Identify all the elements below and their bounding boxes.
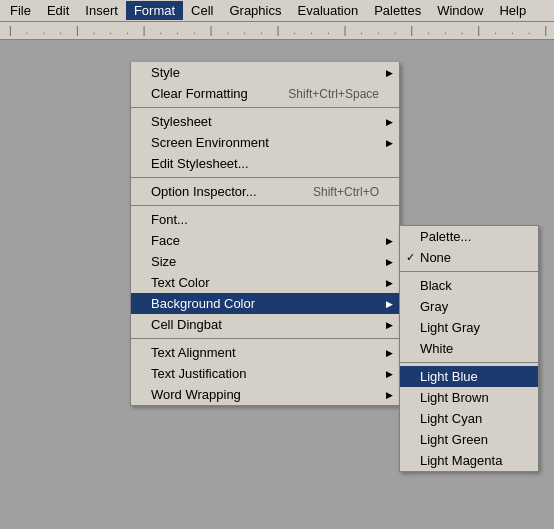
menu-item-stylesheet[interactable]: Stylesheet (131, 111, 399, 132)
menu-item-screen-environment[interactable]: Screen Environment (131, 132, 399, 153)
menubar-item-graphics[interactable]: Graphics (221, 1, 289, 20)
bg-color-submenu: Palette... ✓ None Black Gray Light Gray … (399, 225, 539, 472)
submenu-separator-1 (400, 271, 538, 272)
menu-item-background-color[interactable]: Background Color (131, 293, 399, 314)
submenu-item-light-gray[interactable]: Light Gray (400, 317, 538, 338)
menu-item-style[interactable]: Style (131, 62, 399, 83)
menu-item-text-justification[interactable]: Text Justification (131, 363, 399, 384)
menu-item-text-alignment[interactable]: Text Alignment (131, 342, 399, 363)
menubar-item-edit[interactable]: Edit (39, 1, 77, 20)
menu-item-face[interactable]: Face (131, 230, 399, 251)
menubar: File Edit Insert Format Cell Graphics Ev… (0, 0, 554, 22)
menubar-item-file[interactable]: File (2, 1, 39, 20)
menu-item-size[interactable]: Size (131, 251, 399, 272)
menubar-item-palettes[interactable]: Palettes (366, 1, 429, 20)
check-mark-icon: ✓ (406, 251, 415, 264)
submenu-item-light-green[interactable]: Light Green (400, 429, 538, 450)
menu-item-clear-formatting[interactable]: Clear Formatting Shift+Ctrl+Space (131, 83, 399, 104)
submenu-item-light-blue[interactable]: Light Blue (400, 366, 538, 387)
ruler: |...|...|...|...|...|...|...|...|...| (0, 22, 554, 40)
menubar-item-evaluation[interactable]: Evaluation (289, 1, 366, 20)
submenu-item-white[interactable]: White (400, 338, 538, 359)
submenu-item-light-cyan[interactable]: Light Cyan (400, 408, 538, 429)
submenu-item-gray[interactable]: Gray (400, 296, 538, 317)
workspace: Style Clear Formatting Shift+Ctrl+Space … (0, 40, 554, 529)
menu-item-option-inspector[interactable]: Option Inspector... Shift+Ctrl+O (131, 181, 399, 202)
separator-3 (131, 205, 399, 206)
menu-item-font[interactable]: Font... (131, 209, 399, 230)
menubar-item-window[interactable]: Window (429, 1, 491, 20)
ruler-markings: |...|...|...|...|...|...|...|...|...| (9, 25, 554, 36)
menubar-item-help[interactable]: Help (491, 1, 534, 20)
separator-1 (131, 107, 399, 108)
menubar-item-format[interactable]: Format (126, 1, 183, 20)
separator-4 (131, 338, 399, 339)
submenu-item-light-brown[interactable]: Light Brown (400, 387, 538, 408)
separator-2 (131, 177, 399, 178)
submenu-separator-2 (400, 362, 538, 363)
submenu-item-black[interactable]: Black (400, 275, 538, 296)
menubar-item-insert[interactable]: Insert (77, 1, 126, 20)
menu-item-text-color[interactable]: Text Color (131, 272, 399, 293)
menu-item-edit-stylesheet[interactable]: Edit Stylesheet... (131, 153, 399, 174)
submenu-item-none[interactable]: ✓ None (400, 247, 538, 268)
submenu-item-light-magenta[interactable]: Light Magenta (400, 450, 538, 471)
format-dropdown-menu: Style Clear Formatting Shift+Ctrl+Space … (130, 62, 400, 406)
menu-item-word-wrapping[interactable]: Word Wrapping (131, 384, 399, 405)
menu-item-cell-dingbat[interactable]: Cell Dingbat (131, 314, 399, 335)
menubar-item-cell[interactable]: Cell (183, 1, 221, 20)
submenu-item-palette[interactable]: Palette... (400, 226, 538, 247)
